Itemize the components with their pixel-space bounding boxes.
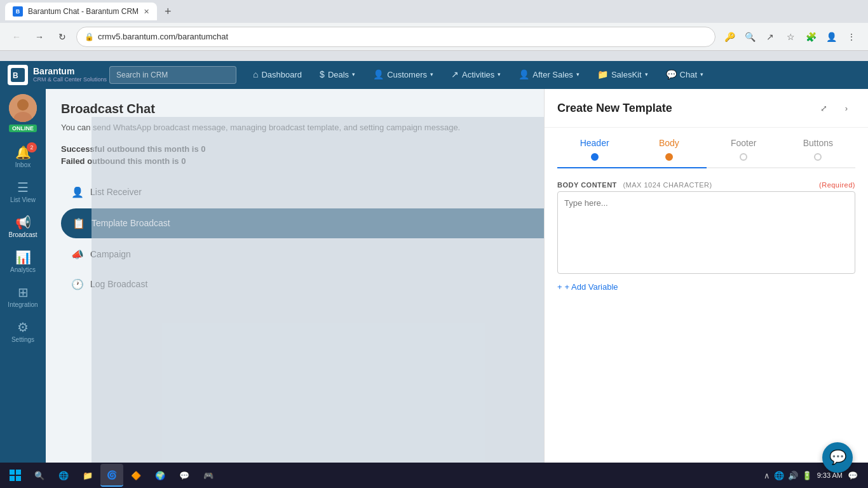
integration-icon: ⊞ (18, 285, 29, 300)
chat-icon: 💬 (666, 69, 677, 79)
body-content-textarea[interactable] (557, 191, 855, 274)
crm-search-input[interactable] (109, 66, 236, 84)
brand-name: Barantum (33, 67, 107, 76)
broadcast-icon: 📢 (15, 215, 31, 230)
nav-activities[interactable]: ↗Activities▾ (442, 61, 510, 89)
taskbar-discord[interactable]: 💬 (173, 464, 196, 487)
menu-icon[interactable]: ⋮ (843, 28, 860, 46)
main-content: Broadcast Chat You can send WhatsApp bro… (46, 89, 868, 488)
app-topnav: B Barantum CRM & Call Center Solutions ⌂… (0, 61, 868, 89)
app-logo: B Barantum CRM & Call Center Solutions (8, 65, 109, 85)
sidebar-item-settings[interactable]: ⚙ Settings (4, 315, 42, 348)
tab-body-dot (665, 153, 673, 161)
extension-icon[interactable]: 🧩 (802, 28, 820, 46)
tab-favicon: B (13, 6, 23, 17)
start-button[interactable] (5, 465, 25, 485)
tabs-row: Header Body Footer Buttons (557, 138, 855, 168)
deals-caret: ▾ (352, 71, 355, 78)
panel-header-icons: ⤢ › (815, 99, 855, 117)
tab-header[interactable]: Header (557, 138, 632, 168)
tabs-container: Header Body Footer Buttons (545, 128, 868, 168)
reload-button[interactable]: ↻ (53, 28, 71, 46)
address-bar[interactable]: 🔒 crmv5.barantum.com/barantumchat (76, 27, 715, 47)
svg-rect-5 (10, 470, 15, 475)
required-label: (Required) (819, 181, 855, 189)
logo-text: Barantum CRM & Call Center Solutions (33, 67, 107, 83)
nav-customers[interactable]: 👤Customers▾ (364, 61, 442, 89)
taskbar-chrome[interactable]: 🌀 (100, 464, 123, 487)
panel-body: BODY CONTENT (MAX 1024 CHARACTER) (Requi… (545, 168, 868, 473)
nav-aftersales[interactable]: 👤After Sales▾ (510, 61, 588, 89)
tray-chevron[interactable]: ∧ (764, 471, 770, 480)
panel-header: Create New Template ⤢ › (545, 89, 868, 128)
nav-chat[interactable]: 💬Chat▾ (657, 61, 712, 89)
tray-volume[interactable]: 🔊 (788, 471, 798, 480)
expand-icon[interactable]: ⤢ (815, 99, 832, 117)
search-icon[interactable]: 🔍 (741, 28, 759, 46)
taskbar-gaming[interactable]: 🎮 (197, 464, 220, 487)
saleskit-icon: 📁 (597, 69, 608, 79)
taskbar-edge[interactable]: 🌐 (52, 464, 75, 487)
campaign-icon: 📣 (71, 248, 84, 261)
body-content-label: BODY CONTENT (MAX 1024 CHARACTER) (Requi… (557, 181, 855, 189)
nav-deals[interactable]: $Deals▾ (311, 61, 364, 89)
svg-point-3 (17, 99, 29, 111)
key-icon[interactable]: 🔑 (721, 28, 738, 46)
taskbar-firefox[interactable]: 🌍 (149, 464, 172, 487)
tab-body[interactable]: Body (632, 138, 706, 168)
sidebar-item-analytics[interactable]: 📊 Analytics (4, 245, 42, 278)
activities-caret: ▾ (498, 71, 501, 78)
aftersales-icon: 👤 (519, 69, 529, 79)
top-nav-items: ⌂Dashboard $Deals▾ 👤Customers▾ ↗Activiti… (244, 61, 712, 89)
url-text: crmv5.barantum.com/barantumchat (98, 32, 228, 41)
taskbar-search[interactable]: 🔍 (28, 464, 51, 487)
nav-saleskit[interactable]: 📁SalesKit▾ (588, 61, 657, 89)
share-icon[interactable]: ↗ (761, 28, 779, 46)
notification-icon[interactable]: 💬 (848, 471, 858, 480)
svg-rect-8 (16, 476, 21, 481)
deals-icon: $ (320, 69, 325, 79)
user-avatar[interactable] (9, 94, 37, 122)
tab-footer-dot (740, 153, 747, 161)
profile-icon[interactable]: 👤 (822, 28, 840, 46)
tray-battery[interactable]: 🔋 (802, 471, 812, 480)
left-sidebar: ONLINE 🔔 Inbox 2 ☰ List View 📢 Broadcast… (0, 89, 46, 488)
brand-sub: CRM & Call Center Solutions (33, 77, 107, 83)
new-tab-button[interactable]: + (162, 5, 174, 18)
logo-icon: B (8, 65, 28, 85)
sidebar-item-integration[interactable]: ⊞ Integration (4, 280, 42, 313)
taskbar-item-orange[interactable]: 🔶 (125, 464, 147, 487)
bookmark-icon[interactable]: ☆ (782, 28, 799, 46)
nav-dashboard[interactable]: ⌂Dashboard (244, 61, 311, 89)
taskbar-tray: ∧ 🌐 🔊 🔋 9:33 AM 💬 (764, 471, 863, 480)
chat-bubble-button[interactable]: 💬 (822, 442, 853, 473)
add-variable-button[interactable]: + + Add Variable (557, 282, 855, 292)
online-badge: ONLINE (9, 125, 37, 132)
sidebar-item-broadcast[interactable]: 📢 Broadcast (4, 210, 42, 243)
sidebar-item-listview[interactable]: ☰ List View (4, 175, 42, 208)
customers-icon: 👤 (373, 69, 384, 79)
sidebar-item-inbox[interactable]: 🔔 Inbox 2 (4, 140, 42, 173)
back-button[interactable]: ← (8, 28, 25, 46)
navigate-next-icon[interactable]: › (837, 99, 855, 117)
plus-icon: + (557, 282, 562, 292)
inbox-badge: 2 (27, 142, 37, 152)
aftersales-caret: ▾ (576, 71, 580, 78)
tray-network[interactable]: 🌐 (774, 471, 784, 480)
log-broadcast-icon: 🕐 (71, 278, 84, 290)
taskbar-explorer[interactable]: 📁 (76, 464, 99, 487)
browser-tab[interactable]: B Barantum Chat - Barantum CRM ✕ (5, 3, 157, 20)
tray-icons: ∧ 🌐 🔊 🔋 (764, 471, 812, 480)
activities-icon: ↗ (451, 69, 459, 79)
tab-close-button[interactable]: ✕ (144, 8, 149, 16)
tab-header-dot (591, 153, 599, 161)
svg-text:B: B (13, 71, 18, 80)
dashboard-icon: ⌂ (253, 69, 258, 79)
settings-icon: ⚙ (17, 320, 29, 335)
forward-button[interactable]: → (31, 28, 48, 46)
overlay-dimmed (92, 117, 544, 488)
tab-buttons[interactable]: Buttons (781, 138, 855, 168)
tab-footer[interactable]: Footer (707, 138, 781, 168)
svg-rect-6 (16, 470, 21, 475)
list-receiver-icon: 👤 (71, 186, 84, 198)
